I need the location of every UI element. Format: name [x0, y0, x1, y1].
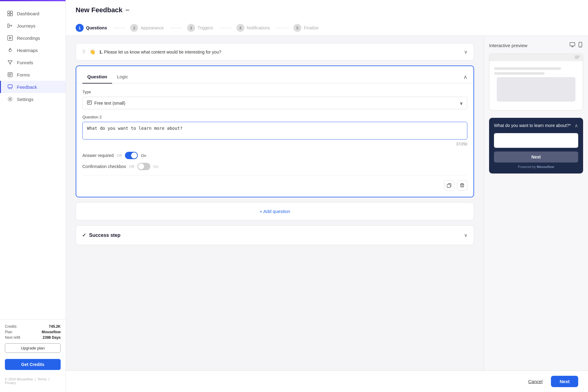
preview-browser	[489, 54, 583, 110]
confirmation-on: On	[153, 164, 159, 169]
question-1-title: 1. Please let us know what content would…	[99, 50, 221, 54]
sidebar-item-journeys[interactable]: Journeys	[0, 20, 66, 32]
step-num-1: 1	[76, 24, 84, 32]
success-step-label: Success step	[89, 233, 120, 238]
preview-panel: Interactive preview	[484, 36, 588, 371]
type-label: Type	[82, 90, 467, 94]
form-area: ⠿ 👋 1. Please let us know what content w…	[66, 36, 484, 371]
step-num-2: 2	[130, 24, 138, 32]
chevron-down-icon-q1[interactable]: ∨	[464, 49, 468, 55]
svg-rect-5	[8, 35, 13, 40]
sidebar-item-label-dashboard: Dashboard	[17, 11, 39, 16]
svg-rect-0	[8, 11, 10, 13]
widget-next-button[interactable]: Next	[494, 151, 578, 162]
cancel-button[interactable]: Cancel	[523, 376, 548, 387]
step-divider-2	[170, 28, 182, 28]
sidebar-item-forms[interactable]: Forms	[0, 69, 66, 81]
confirmation-off: Off	[129, 164, 134, 169]
sidebar-item-label-settings: Settings	[17, 97, 33, 102]
credits-value: 745.2K	[49, 324, 61, 329]
check-icon: ✓	[82, 232, 86, 238]
delete-question-button[interactable]	[457, 180, 467, 191]
preview-card-area	[497, 77, 575, 102]
upgrade-plan-button[interactable]: Upgrade plan	[5, 343, 61, 353]
type-select[interactable]: Free text (small) ∨	[82, 97, 467, 109]
widget-close-button[interactable]: ∧	[575, 123, 578, 129]
journey-icon	[7, 23, 13, 29]
bottom-actions: Cancel Next	[66, 371, 588, 392]
step-triggers[interactable]: 3 Triggers	[187, 20, 219, 35]
sidebar-bottom: Credits 745.2K Plan Mouseflow Next refil…	[0, 319, 66, 375]
answer-required-off: Off	[117, 153, 122, 158]
sidebar: Dashboard Journeys Recordings Heatmaps	[0, 0, 66, 392]
step-finalize[interactable]: 5 Finalize	[293, 20, 325, 35]
sidebar-item-label-heatmaps: Heatmaps	[17, 48, 38, 53]
question-card-body: Type Free text (small) ∨ Question 2 What…	[76, 90, 473, 197]
step-appearance[interactable]: 2 Appearance	[130, 20, 170, 35]
tab-question[interactable]: Question	[82, 71, 112, 84]
preview-browser-bar	[489, 54, 583, 61]
svg-rect-3	[10, 14, 13, 16]
svg-rect-2	[8, 14, 10, 16]
card-actions	[82, 175, 467, 191]
steps-nav: 1 Questions 2 Appearance 3 Triggers 4 No…	[76, 20, 578, 35]
drag-handle-icon[interactable]: ⠿	[82, 49, 86, 55]
page-title: New Feedback	[76, 6, 123, 14]
svg-rect-10	[447, 184, 450, 188]
get-credits-button[interactable]: Get Credits	[5, 359, 61, 370]
step-divider-3	[219, 28, 232, 28]
desktop-preview-button[interactable]	[570, 42, 575, 49]
confirmation-checkbox-row: Confirmation checkbox Off On	[82, 163, 467, 170]
answer-required-row: Answer required Off On	[82, 152, 467, 159]
sidebar-item-settings[interactable]: Settings	[0, 93, 66, 105]
svg-point-8	[9, 99, 11, 100]
sidebar-item-recordings[interactable]: Recordings	[0, 32, 66, 44]
question-card-header-1[interactable]: ⠿ 👋 1. Please let us know what content w…	[76, 43, 474, 60]
chevron-up-icon-q2[interactable]: ∧	[463, 74, 467, 80]
next-button[interactable]: Next	[551, 376, 578, 387]
privacy-link[interactable]: Privacy	[5, 381, 16, 385]
answer-required-toggle[interactable]	[125, 152, 138, 159]
refill-label: Next refill	[5, 335, 20, 340]
sidebar-item-heatmaps[interactable]: Heatmaps	[0, 44, 66, 56]
widget-preview: What do you want to learn more about?* ∧…	[489, 118, 583, 174]
chevron-down-icon-success: ∨	[464, 232, 468, 238]
main-content: New Feedback ✏ 1 Questions 2 Appearance …	[66, 0, 588, 392]
success-step-left: ✓ Success step	[82, 232, 120, 238]
hand-icon: 👋	[89, 49, 96, 55]
tab-logic[interactable]: Logic	[112, 71, 133, 84]
widget-input-area[interactable]	[494, 133, 578, 148]
credits-section: Credits 745.2K Plan Mouseflow Next refil…	[5, 324, 61, 353]
content-area: ⠿ 👋 1. Please let us know what content w…	[66, 36, 588, 371]
terms-link[interactable]: Terms	[37, 377, 47, 381]
question-tabs: Question Logic	[82, 71, 133, 83]
preview-title: Interactive preview	[489, 43, 527, 48]
refill-value: 2398 Days	[43, 335, 61, 340]
credits-label: Credits	[5, 324, 17, 329]
add-question-card[interactable]: + Add question	[76, 202, 474, 220]
step-questions[interactable]: 1 Questions	[76, 20, 113, 35]
copyright-text: © 2024 Mouseflow	[5, 377, 33, 381]
forms-icon	[7, 72, 13, 78]
sidebar-top-bar	[0, 0, 66, 1]
question-card-2: Question Logic ∧ Type Free text (small)	[76, 65, 474, 197]
char-count: 37/250	[82, 142, 467, 146]
step-num-4: 4	[236, 24, 244, 32]
success-step-card[interactable]: ✓ Success step ∨	[76, 225, 474, 245]
free-text-icon	[87, 100, 92, 106]
step-label-finalize: Finalize	[304, 25, 318, 30]
mobile-preview-button[interactable]	[578, 42, 583, 49]
widget-header: What do you want to learn more about?* ∧	[494, 123, 578, 129]
sidebar-item-dashboard[interactable]: Dashboard	[0, 7, 66, 20]
question-input[interactable]: What do you want to learn more about?	[82, 122, 467, 140]
step-label-appearance: Appearance	[141, 25, 164, 30]
sidebar-item-feedback[interactable]: Feedback	[0, 81, 66, 93]
step-notifications[interactable]: 4 Notifications	[236, 20, 276, 35]
duplicate-question-button[interactable]	[444, 180, 454, 191]
sidebar-item-funnels[interactable]: Funnels	[0, 56, 66, 69]
add-question-label: + Add question	[260, 209, 290, 214]
edit-title-button[interactable]: ✏	[126, 7, 130, 13]
gear-icon	[7, 96, 13, 102]
confirmation-checkbox-toggle[interactable]	[138, 163, 150, 170]
sidebar-item-label-funnels: Funnels	[17, 60, 33, 65]
